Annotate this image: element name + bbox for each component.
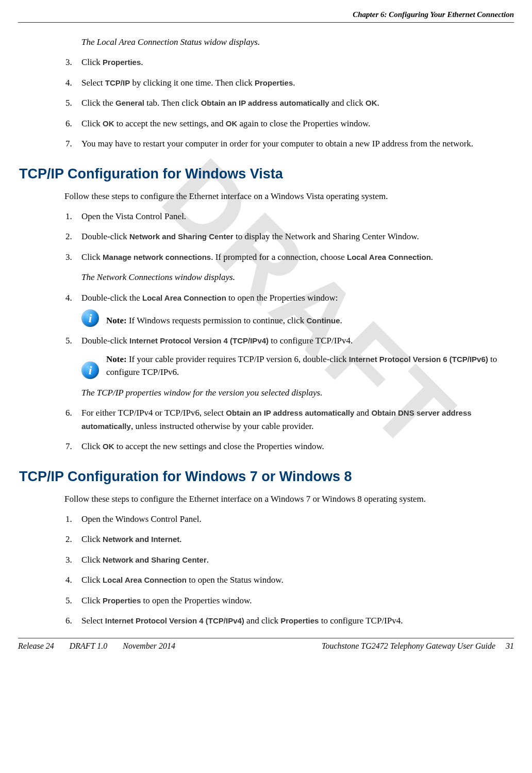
step-number: 1. <box>65 210 72 223</box>
note-block: i Note: If Windows requests permission t… <box>81 309 509 327</box>
page-footer: Release 24 DRAFT 1.0 November 2014 Touch… <box>18 638 514 651</box>
step-number: 3. <box>65 251 72 264</box>
section1-steps: 3. Click Properties. 4. Select TCP/IP by… <box>64 56 509 151</box>
step-number: 3. <box>65 56 72 69</box>
ui-label: Network and Sharing Center <box>129 232 234 241</box>
note-label: Note: <box>106 354 127 364</box>
note-block: i Note: If your cable provider requires … <box>81 353 509 379</box>
step-number: 5. <box>65 594 72 607</box>
ui-label: Network and Sharing Center <box>103 555 207 564</box>
ui-label: TCP/IP <box>105 78 130 87</box>
ui-label: Continue <box>307 316 340 325</box>
footer-title: Touchstone TG2472 Telephony Gateway User… <box>322 642 495 651</box>
step-item: 3. Click Properties. <box>81 56 509 69</box>
ui-label: Properties <box>103 58 141 67</box>
page-content: The Local Area Connection Status widow d… <box>18 23 514 628</box>
sub-note: The TCP/IP properties window for the ver… <box>81 386 509 400</box>
document-page: Chapter 6: Configuring Your Ethernet Con… <box>0 0 532 659</box>
step-number: 4. <box>65 573 72 587</box>
page-header: Chapter 6: Configuring Your Ethernet Con… <box>18 10 514 23</box>
step-number: 1. <box>65 513 72 526</box>
step-item: 4. Double-click the Local Area Connectio… <box>81 291 509 327</box>
step-item: 2. Click Network and Internet. <box>81 533 509 546</box>
ui-label: OK <box>103 442 114 451</box>
footer-page: 31 <box>506 642 514 651</box>
ui-label: Internet Protocol Version 4 (TCP/IPv4) <box>129 336 269 345</box>
ui-label: General <box>115 98 144 107</box>
step-item: 5. Click Properties to open the Properti… <box>81 594 509 607</box>
step-item: 6. Select Internet Protocol Version 4 (T… <box>81 614 509 628</box>
ui-label: Obtain an IP address automatically <box>201 98 329 107</box>
step-item: 5. Double-click Internet Protocol Versio… <box>81 334 509 399</box>
section-heading-vista: TCP/IP Configuration for Windows Vista <box>19 166 509 182</box>
footer-release: Release 24 <box>18 642 54 651</box>
section2-intro: Follow these steps to configure the Ethe… <box>64 191 509 202</box>
ui-label: Internet Protocol Version 6 (TCP/IPv6) <box>349 355 488 364</box>
step-item: 7. You may have to restart your computer… <box>81 137 509 151</box>
step-item: 7. Click OK to accept the new settings a… <box>81 440 509 453</box>
ui-label: Internet Protocol Version 4 (TCP/IPv4) <box>105 616 244 625</box>
step-item: 6. For either TCP/IPv4 or TCP/IPv6, sele… <box>81 406 509 433</box>
footer-draft: DRAFT 1.0 <box>70 642 107 651</box>
step-number: 2. <box>65 230 72 243</box>
ui-label: Local Area Connection <box>347 253 431 261</box>
status-display-note: The Local Area Connection Status widow d… <box>64 37 509 47</box>
step-item: 1. Open the Vista Control Panel. <box>81 210 509 223</box>
ui-label: Manage network connections <box>103 253 211 261</box>
step-item: 4. Select TCP/IP by clicking it one time… <box>81 76 509 90</box>
step-number: 2. <box>65 533 72 546</box>
step-number: 3. <box>65 553 72 567</box>
ui-label: Properties <box>255 78 293 87</box>
ui-label: OK <box>365 98 377 107</box>
step-item: 3. Click Manage network connections. If … <box>81 251 509 284</box>
ui-label: Obtain an IP address automatically <box>226 408 354 417</box>
step-number: 7. <box>65 440 72 453</box>
step-item: 6. Click OK to accept the new settings, … <box>81 117 509 130</box>
section-heading-win78: TCP/IP Configuration for Windows 7 or Wi… <box>19 469 509 485</box>
step-item: 5. Click the General tab. Then click Obt… <box>81 96 509 110</box>
ui-label: OK <box>226 119 238 128</box>
note-label: Note: <box>106 316 127 325</box>
step-number: 7. <box>65 137 72 151</box>
footer-date: November 2014 <box>123 642 175 651</box>
ui-label: Local Area Connection <box>142 293 226 302</box>
ui-label: Properties <box>103 596 141 605</box>
section2-steps: 1. Open the Vista Control Panel. 2. Doub… <box>64 210 509 453</box>
step-item: 2. Double-click Network and Sharing Cent… <box>81 230 509 243</box>
section3-steps: 1. Open the Windows Control Panel. 2. Cl… <box>64 513 509 628</box>
step-number: 6. <box>65 406 72 420</box>
step-number: 4. <box>65 76 72 90</box>
ui-label: Network and Internet <box>103 535 179 544</box>
section3-intro: Follow these steps to configure the Ethe… <box>64 494 509 504</box>
ui-label: Properties <box>280 616 319 625</box>
info-icon: i <box>81 309 99 327</box>
step-item: 4. Click Local Area Connection to open t… <box>81 573 509 587</box>
ui-label: Local Area Connection <box>103 575 187 584</box>
ui-label: OK <box>103 119 114 128</box>
step-number: 5. <box>65 96 72 110</box>
step-number: 6. <box>65 614 72 628</box>
step-item: 3. Click Network and Sharing Center. <box>81 553 509 567</box>
step-number: 6. <box>65 117 72 130</box>
info-icon: i <box>81 361 99 379</box>
step-item: 1. Open the Windows Control Panel. <box>81 513 509 526</box>
step-number: 5. <box>65 334 72 348</box>
step-number: 4. <box>65 291 72 305</box>
sub-note: The Network Connections window displays. <box>81 271 509 284</box>
